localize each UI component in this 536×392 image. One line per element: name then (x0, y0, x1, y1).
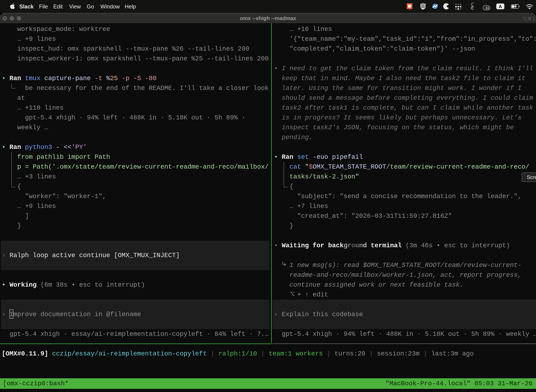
svg-text:A: A (499, 4, 502, 9)
svg-text:..61: ..61 (484, 6, 489, 10)
